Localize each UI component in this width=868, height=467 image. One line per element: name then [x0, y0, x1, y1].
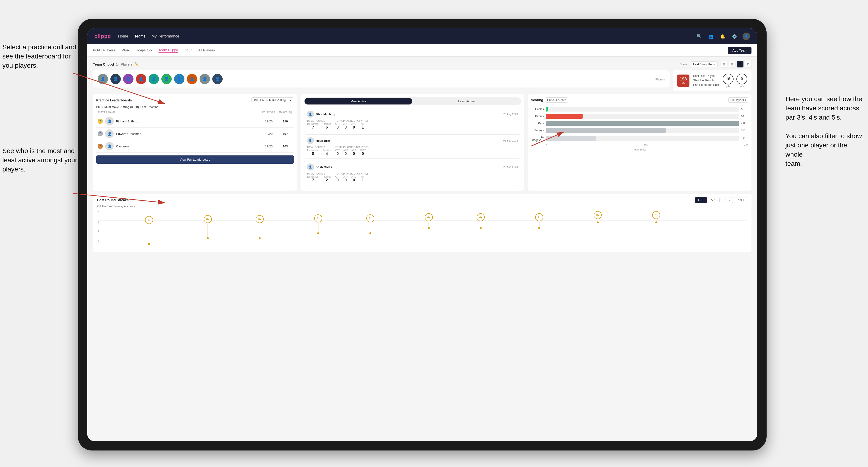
- settings-icon[interactable]: ⚙️: [731, 33, 738, 40]
- list-item: 👤 Blair McHarg 26 Aug 2023 Total Rounds …: [304, 108, 521, 132]
- streak-badge: 4x: [425, 213, 433, 221]
- streak-chart: 8 6 4 2 7x 6x: [97, 211, 747, 249]
- streak-badge: 4x: [535, 213, 543, 221]
- bar-axis: 0 200 400: [531, 144, 748, 147]
- scoring-filter-players[interactable]: All Players ▾: [728, 97, 748, 102]
- pa-practice-group-1: Total Practice Activities OTT 0 APP 0: [335, 120, 368, 129]
- player-avatar-6[interactable]: 👤: [161, 74, 172, 84]
- people-icon[interactable]: 👥: [707, 33, 715, 40]
- tab-putt[interactable]: PUTT: [734, 197, 747, 203]
- tab-arg[interactable]: ARG: [720, 197, 733, 203]
- pa-app-2: APP 0: [343, 149, 348, 156]
- subnav-team-clippd[interactable]: Team Clippd: [158, 48, 178, 53]
- list-icon[interactable]: ≡: [737, 61, 743, 67]
- player-avatar-7[interactable]: 👤: [174, 74, 184, 84]
- player-avatar-10[interactable]: 👤: [212, 74, 223, 84]
- pa-rounds-label-2: Total Rounds: [307, 146, 331, 149]
- show-select[interactable]: Last 3 months ▾: [691, 61, 717, 67]
- tab-most-active[interactable]: Most Active: [305, 98, 412, 104]
- subnav-pgat[interactable]: PGAT Players: [93, 48, 115, 53]
- player-avatar-4[interactable]: 👤: [136, 74, 146, 84]
- pa-header-2: 👤 Rees Britt 02 Sep 2023: [307, 137, 518, 144]
- player-avatar-2[interactable]: 👤: [111, 74, 121, 84]
- practice-leaderboard-card: Practice Leaderboards PUTT Must Make Put…: [93, 94, 297, 191]
- streak-point: 4x: [477, 213, 485, 229]
- tab-ott[interactable]: OTT: [695, 197, 707, 203]
- lb-avatar-2: 👤: [105, 129, 114, 138]
- team-header: Team Clippd 14 Players ✏️ Show Last 3 mo…: [93, 61, 751, 67]
- bar-track-eagles: [546, 107, 739, 112]
- nav-item-performance[interactable]: My Performance: [152, 34, 179, 38]
- streak-point: 6x: [204, 215, 212, 239]
- player-avatar-9[interactable]: 👤: [199, 74, 210, 84]
- player-avatar-5[interactable]: 👤: [149, 74, 159, 84]
- pa-rounds-group-3: Total Rounds Tournament 7 Practice 2: [307, 173, 331, 182]
- settings2-icon[interactable]: ⚙: [745, 61, 751, 67]
- nav-items: Home Teams My Performance: [118, 34, 688, 38]
- chevron-down-icon: ▾: [290, 99, 291, 102]
- nav-item-teams[interactable]: Teams: [134, 34, 145, 38]
- player-avatars: 👤 👤 👤 👤 👤: [98, 74, 651, 84]
- shot-dist: Shot Dist: 16 yds: [693, 74, 719, 78]
- pa-stats-3: Total Rounds Tournament 7 Practice 2: [307, 173, 518, 182]
- lb-avatar-3: 👤: [105, 142, 114, 151]
- player-avatar-1[interactable]: 👤: [98, 74, 108, 84]
- streak-point: 7x: [145, 216, 153, 245]
- grid2-icon[interactable]: ⊞: [721, 61, 727, 67]
- bar-label-pars: Pars: [531, 122, 544, 125]
- annotation-top-left: Select a practice drill and see the lead…: [2, 42, 83, 70]
- bell-icon[interactable]: 🔔: [719, 33, 726, 40]
- grid3-icon[interactable]: ⊟: [729, 61, 736, 67]
- team-title: Team Clippd 14 Players: [93, 62, 132, 66]
- list-item: 👤 Rees Britt 02 Sep 2023 Total Rounds To…: [304, 134, 521, 158]
- team-controls: Show Last 3 months ▾ ⊞ ⊟ ≡ ⚙: [680, 61, 751, 67]
- search-icon[interactable]: 🔍: [695, 33, 703, 40]
- scoring-card: Scoring Par 3, 4 & 5s ▾ All Players ▾ Ea…: [528, 94, 751, 191]
- pa-rounds-row-2: Tournament 8 Practice 4: [307, 149, 331, 156]
- streak-point: 3x: [652, 211, 660, 223]
- bar-val-dbogeys: 131: [741, 137, 748, 140]
- pa-rounds-group-2: Total Rounds Tournament 8 Practice 4: [307, 146, 331, 156]
- pa-name-3: Josh Coles: [316, 165, 501, 169]
- lb-name-1: Richard Butler...: [116, 120, 259, 123]
- bar-track-dbogeys: [546, 136, 739, 141]
- bar-row-eagles: Eagles 3: [531, 107, 748, 112]
- player-avatar-8[interactable]: 👤: [187, 74, 197, 84]
- player-avatar-3[interactable]: 👤: [123, 74, 133, 84]
- bar-label-dbogeys: D. Bogeys +: [531, 135, 544, 142]
- show-label: Show: [680, 63, 687, 66]
- bar-val-eagles: 3: [741, 108, 748, 111]
- shot-info: Shot Dist: 16 yds Start Lie: Rough End L…: [693, 74, 719, 88]
- nav-icons: 🔍 👥 🔔 ⚙️ 👤: [695, 33, 750, 40]
- players-row: 👤 👤 👤 👤 👤: [93, 70, 751, 91]
- tab-app[interactable]: APP: [708, 197, 720, 203]
- edit-icon[interactable]: ✏️: [134, 62, 138, 66]
- view-icons: ⊞ ⊟ ≡ ⚙: [721, 61, 751, 67]
- bar-val-bogeys: 311: [741, 129, 748, 132]
- axis-label-0: 0: [546, 144, 547, 147]
- pa-app-3: APP 0: [343, 176, 348, 182]
- subnav-pga[interactable]: PGA: [122, 48, 129, 53]
- subnav-hcaps[interactable]: Hcaps 1-5: [135, 48, 152, 53]
- user-avatar[interactable]: 👤: [743, 33, 750, 40]
- pa-tournament-1: Tournament 7: [307, 123, 319, 129]
- pa-avatar-1: 👤: [307, 111, 314, 118]
- scoring-filter-par[interactable]: Par 3, 4 & 5s ▾: [545, 97, 568, 102]
- leaderboard-header: PLAYER NAME PB SCORE PB AVG SQ: [96, 111, 294, 114]
- bar-label-eagles: Eagles: [531, 107, 544, 111]
- view-full-leaderboard-button[interactable]: View Full Leaderboard: [96, 155, 294, 164]
- lb-header-avg: PB AVG SQ: [278, 111, 292, 114]
- scoring-header: Scoring Par 3, 4 & 5s ▾ All Players ▾: [531, 97, 748, 102]
- lb-avatar-1: 👤: [105, 117, 114, 125]
- nav-item-home[interactable]: Home: [118, 34, 128, 38]
- tab-least-active[interactable]: Least Active: [412, 98, 520, 104]
- pa-rounds-label-1: Total Rounds: [307, 120, 331, 122]
- shot-end-lie: End Lie: In The Hole: [693, 83, 719, 87]
- add-team-button[interactable]: Add Team: [728, 47, 751, 54]
- circle-val-2: 0: [736, 73, 747, 85]
- drill-dropdown[interactable]: PUTT Must Make Putting ... ▾: [251, 97, 294, 103]
- subnav-tour[interactable]: Tour: [185, 48, 191, 53]
- subnav-all-players[interactable]: All Players: [198, 48, 215, 53]
- pa-practice-1: Practice 6: [322, 123, 331, 129]
- pa-practice-label-3: Total Practice Activities: [335, 173, 368, 175]
